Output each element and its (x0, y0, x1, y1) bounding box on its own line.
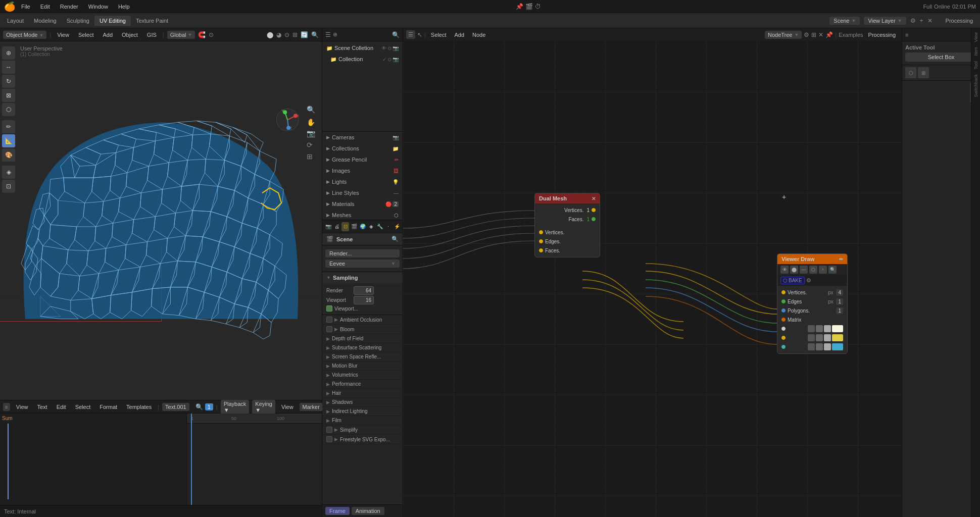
tab-frame[interactable]: Frame (325, 507, 350, 515)
vd-face-icon[interactable]: ⬡ (809, 266, 817, 274)
tool-scale[interactable]: ⊠ (2, 89, 15, 102)
tl-text[interactable]: Text (34, 403, 51, 411)
tab-modeling[interactable]: Modeling (29, 16, 62, 26)
asset-meshes[interactable]: ▶ Meshes ⬡ (322, 210, 403, 220)
viewport-shading-rendered[interactable]: ⊙ (284, 31, 289, 38)
vd-edge-icon[interactable]: — (800, 266, 808, 274)
viewport-visible-icon[interactable]: 📷 (393, 45, 399, 51)
tree-collection[interactable]: 📁 Collection ✓ ⊙ 📷 (322, 54, 403, 65)
keying-btn[interactable]: Keying ▼ (252, 400, 275, 414)
tool-measure[interactable]: 📐 (2, 134, 15, 147)
tab-animation[interactable]: Animation (352, 507, 384, 515)
tool-rotate[interactable]: ↻ (2, 75, 15, 88)
performance-item[interactable]: ▶ Performance (322, 380, 403, 389)
vd-polygons-val[interactable]: 1 (836, 307, 843, 314)
marker-btn[interactable]: Marker (300, 403, 323, 411)
gis-menu[interactable]: GIS (144, 31, 160, 39)
particles-props-icon[interactable]: · (384, 222, 392, 231)
tab-layout[interactable]: Layout (2, 16, 29, 26)
bake-btn[interactable]: ⬡ BAKE (780, 277, 805, 284)
text-name-display[interactable]: Text.001 (162, 403, 189, 411)
tool-annotate[interactable]: ✏ (2, 120, 15, 133)
world-props-icon[interactable]: 🌍 (359, 222, 366, 231)
asset-line-styles[interactable]: ▶ Line Styles — (322, 187, 403, 198)
object-menu[interactable]: Object (119, 31, 141, 39)
bloom-checkbox[interactable] (326, 326, 332, 332)
line-styles-icon[interactable]: — (394, 190, 399, 196)
node-tree-selector[interactable]: NodeTree ▼ (765, 31, 802, 39)
gizmo-icon[interactable]: 🔄 (301, 31, 308, 38)
tree-scene-collection[interactable]: 📁 Scene Colletion 👁 ⊙ 📷 (322, 42, 403, 54)
vd-edges-socket[interactable] (781, 299, 786, 303)
collection-viewport[interactable]: 📷 (393, 57, 399, 62)
switchback-tool[interactable]: Tool (973, 59, 978, 72)
tool-curves[interactable]: ⊡ (2, 180, 15, 193)
subsurface-scattering-item[interactable]: ▶ Subsurface Scattering (322, 343, 403, 352)
snap-icon[interactable]: 🧲 (198, 31, 206, 38)
asset-collections[interactable]: ▶ Collections 📁 (322, 143, 403, 154)
vd-vertices-socket[interactable] (781, 290, 786, 294)
view-layer-selector[interactable]: View Layer ▼ (864, 17, 906, 25)
tab-sculpting[interactable]: Sculpting (62, 16, 94, 26)
vd-swatch-5[interactable] (816, 334, 823, 341)
vd-swatch-3[interactable] (824, 325, 831, 332)
cameras-icon[interactable]: 📷 (393, 135, 399, 140)
vd-color-teal[interactable] (832, 343, 843, 350)
tl-edit[interactable]: Edit (54, 403, 69, 411)
scene-selector[interactable]: Scene ▼ (829, 17, 860, 25)
vd-swatch-2[interactable] (816, 325, 823, 332)
meshes-icon[interactable]: ⬡ (394, 213, 399, 218)
screen-space-reflections-item[interactable]: ▶ Screen Space Refle... (322, 352, 403, 361)
tl-search-icon[interactable]: 🔍 (195, 403, 203, 410)
ne-add-menu[interactable]: Add (451, 31, 467, 39)
ne-select-menu[interactable]: Select (428, 31, 450, 39)
vd-swatch-6[interactable] (824, 334, 831, 341)
ne-overlay-icon[interactable]: ⊞ (811, 31, 816, 38)
collection-visibility[interactable]: ✓ (382, 57, 386, 62)
viewport-denoising-cb[interactable] (326, 305, 332, 312)
render-visible-icon[interactable]: ⊙ (387, 45, 391, 51)
timeline-mode-btn[interactable]: ≡ (3, 403, 10, 411)
asset-lights[interactable]: ▶ Lights 💡 (322, 176, 403, 187)
vd-edges-val[interactable]: 1 (836, 298, 843, 305)
depth-of-field-item[interactable]: ▶ Depth of Field (322, 334, 403, 343)
asset-grease-pencil[interactable]: ▶ Grease Pencil ✏ (322, 154, 403, 165)
proportional-icon[interactable]: ⊙ (209, 31, 214, 38)
dm-vertices-in-socket[interactable] (592, 208, 596, 212)
filter-icon[interactable]: ⊕ (333, 31, 337, 38)
tool-icon-2[interactable]: ⊞ (918, 67, 929, 78)
mode-selector[interactable]: Object Mode ▼ (3, 31, 46, 39)
outliner-search[interactable]: 🔍 (392, 31, 400, 38)
vd-color-yellow[interactable] (832, 334, 843, 341)
viewer-draw-edit[interactable]: ✏ (839, 256, 843, 262)
viewport-sample-value[interactable]: 16 (354, 296, 374, 304)
images-icon[interactable]: 🖼 (394, 168, 399, 174)
pin-icon[interactable]: 📌 (516, 3, 523, 10)
tool-icon-1[interactable]: ⬡ (905, 67, 916, 78)
dm-vertices-out-socket[interactable] (539, 230, 543, 234)
motion-blur-item[interactable]: ▶ Motion Blur (322, 361, 403, 371)
switchback-item[interactable]: Item (973, 45, 978, 58)
tool-transform[interactable]: ⬡ (2, 103, 15, 116)
menu-help[interactable]: Help (114, 3, 134, 11)
playback-btn[interactable]: Playback ▼ (221, 400, 250, 414)
ne-close-icon[interactable]: ✕ (818, 31, 823, 38)
view-menu[interactable]: View (54, 31, 72, 39)
tl-format[interactable]: Format (96, 403, 120, 411)
ambient-occlusion-item[interactable]: ▶ Ambient Occlusion (322, 315, 403, 325)
modifier-props-icon[interactable]: 🔧 (376, 222, 383, 231)
vd-yellow-socket[interactable] (781, 336, 786, 340)
volumetrics-item[interactable]: ▶ Volumetrics (322, 371, 403, 380)
lights-icon[interactable]: 💡 (393, 179, 399, 185)
vd-vertices-val[interactable]: 4 (836, 289, 843, 296)
simplify-checkbox[interactable] (326, 427, 332, 433)
settings-icon[interactable]: ⚙ (910, 17, 916, 24)
render-sample-value[interactable]: 64 (354, 286, 374, 295)
vd-matrix-socket[interactable] (781, 318, 786, 322)
object-props-icon[interactable]: ◈ (367, 222, 375, 231)
vd-color-white[interactable] (832, 325, 843, 332)
tool-move[interactable]: ↔ (2, 61, 15, 74)
dm-faces-out-socket[interactable] (539, 248, 543, 252)
asset-images[interactable]: ▶ Images 🖼 (322, 165, 403, 176)
select-box-btn[interactable]: Select Box (905, 53, 977, 62)
